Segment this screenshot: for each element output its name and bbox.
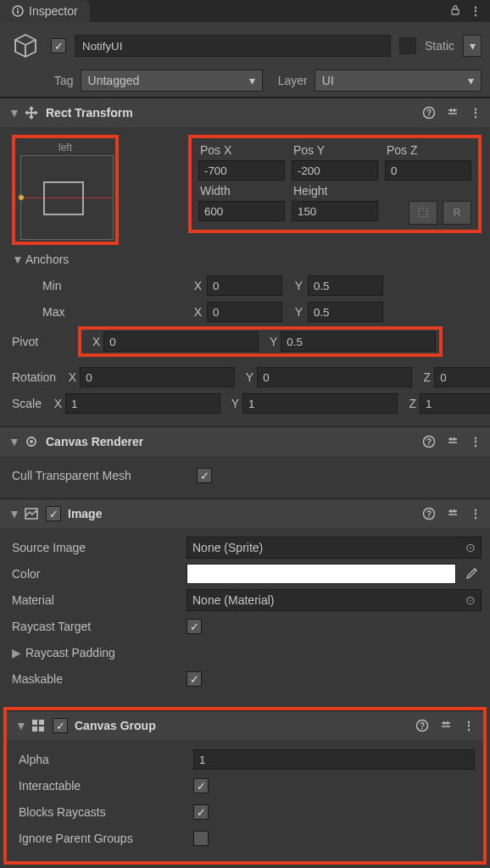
- foldout-icon[interactable]: ▼: [8, 507, 17, 520]
- image-header[interactable]: ▼ Image ? ⋮: [0, 499, 490, 528]
- maskable-label: Maskable: [12, 672, 181, 686]
- foldout-icon[interactable]: ▼: [15, 719, 24, 732]
- menu-icon[interactable]: ⋮: [470, 106, 482, 120]
- blueprint-mode-button[interactable]: [409, 201, 437, 225]
- help-icon[interactable]: ?: [422, 507, 436, 520]
- component-title: Canvas Renderer: [46, 435, 143, 448]
- eyedropper-icon[interactable]: [461, 564, 482, 584]
- anchor-max-x-field[interactable]: [207, 302, 282, 322]
- gameobject-enabled-checkbox[interactable]: [51, 38, 66, 53]
- menu-icon[interactable]: ⋮: [470, 4, 482, 18]
- alpha-field[interactable]: [193, 749, 475, 770]
- color-field[interactable]: [187, 564, 456, 584]
- anchor-max-y-field[interactable]: [308, 302, 383, 322]
- rect-transform-header[interactable]: ▼ Rect Transform ? ⋮: [0, 98, 490, 127]
- source-image-field[interactable]: None (Sprite) ⊙: [187, 537, 482, 559]
- height-field[interactable]: [292, 201, 378, 221]
- foldout-icon[interactable]: ▼: [8, 106, 17, 120]
- raw-edit-button[interactable]: R: [443, 201, 471, 225]
- color-label: Color: [12, 567, 181, 581]
- raycast-target-label: Raycast Target: [12, 620, 181, 633]
- anchor-min-x-field[interactable]: [207, 275, 282, 296]
- posy-field[interactable]: [292, 160, 378, 181]
- interactable-checkbox[interactable]: [193, 778, 209, 793]
- rot-z-field[interactable]: [434, 367, 490, 387]
- component-title: Rect Transform: [46, 106, 133, 120]
- menu-icon[interactable]: ⋮: [470, 435, 482, 448]
- component-title: Canvas Group: [75, 719, 156, 732]
- lock-icon[interactable]: [449, 4, 461, 18]
- svg-text:?: ?: [426, 509, 432, 519]
- width-label: Width: [198, 184, 285, 198]
- layer-dropdown[interactable]: UI ▾: [315, 70, 482, 92]
- svg-text:?: ?: [426, 437, 432, 447]
- preset-icon[interactable]: [446, 507, 459, 520]
- object-picker-icon[interactable]: ⊙: [465, 593, 476, 607]
- pivot-y-field[interactable]: [281, 331, 436, 352]
- anchor-h-label: left: [17, 140, 114, 155]
- canvas-group-header[interactable]: ▼ Canvas Group ? ⋮: [7, 711, 483, 740]
- canvas-group-component: ▼ Canvas Group ? ⋮ Alpha Interactable Bl…: [7, 710, 483, 861]
- help-icon[interactable]: ?: [422, 106, 436, 120]
- raycast-target-checkbox[interactable]: [187, 619, 202, 634]
- source-image-label: Source Image: [12, 541, 181, 554]
- gameobject-name-field[interactable]: [75, 35, 391, 57]
- anchor-preset-button[interactable]: left middle: [17, 140, 114, 240]
- preset-icon[interactable]: [439, 719, 453, 732]
- pivot-highlight: X Y: [78, 326, 443, 357]
- anchor-min-y-field[interactable]: [308, 275, 383, 296]
- gameobject-header: Static ▾ Tag Untagged ▾ Layer UI ▾: [0, 22, 490, 97]
- chevron-down-icon: ▾: [470, 39, 476, 53]
- foldout-icon[interactable]: ▼: [12, 253, 20, 266]
- scale-z-field[interactable]: [420, 393, 490, 414]
- svg-text:?: ?: [426, 108, 432, 118]
- svg-rect-6: [419, 209, 427, 217]
- static-label: Static: [425, 39, 454, 53]
- menu-icon[interactable]: ⋮: [470, 507, 482, 520]
- tab-bar: Inspector ⋮: [0, 0, 490, 22]
- posx-field[interactable]: [198, 160, 285, 181]
- canvas-renderer-header[interactable]: ▼ Canvas Renderer ? ⋮: [0, 427, 490, 456]
- rot-x-field[interactable]: [80, 367, 235, 387]
- rot-y-field[interactable]: [257, 367, 412, 387]
- preset-icon[interactable]: [446, 106, 459, 120]
- foldout-icon[interactable]: ▼: [8, 435, 17, 448]
- tag-value: Untagged: [88, 74, 140, 87]
- canvas-group-icon: [31, 718, 46, 733]
- canvas-renderer-component: ▼ Canvas Renderer ? ⋮ Cull Transparent M…: [0, 426, 490, 498]
- inspector-tab[interactable]: Inspector: [0, 0, 90, 22]
- scale-x-field[interactable]: [65, 393, 220, 414]
- chevron-down-icon: ▾: [468, 74, 474, 87]
- pivot-label: Pivot: [12, 335, 73, 348]
- canvas-group-highlight: ▼ Canvas Group ? ⋮ Alpha Interactable Bl…: [3, 707, 487, 865]
- pivot-x-field[interactable]: [103, 331, 259, 352]
- blocks-raycasts-checkbox[interactable]: [193, 804, 209, 820]
- svg-rect-16: [32, 726, 37, 732]
- static-dropdown[interactable]: ▾: [463, 35, 482, 57]
- ignore-parent-checkbox[interactable]: [193, 831, 209, 846]
- object-picker-icon[interactable]: ⊙: [465, 541, 476, 554]
- tag-label: Tag: [54, 74, 74, 87]
- cull-label: Cull Transparent Mesh: [12, 469, 192, 482]
- width-field[interactable]: [198, 201, 285, 221]
- help-icon[interactable]: ?: [422, 435, 436, 448]
- anchor-widget: [20, 155, 114, 240]
- alpha-label: Alpha: [19, 753, 188, 766]
- posy-label: Pos Y: [292, 143, 378, 157]
- static-checkbox[interactable]: [399, 37, 416, 54]
- cull-checkbox[interactable]: [197, 468, 212, 483]
- canvas-renderer-icon: [24, 434, 39, 449]
- menu-icon[interactable]: ⋮: [463, 719, 475, 732]
- image-enabled-checkbox[interactable]: [46, 506, 61, 521]
- preset-icon[interactable]: [446, 435, 459, 448]
- foldout-icon[interactable]: ▶: [12, 646, 20, 659]
- help-icon[interactable]: ?: [415, 719, 429, 732]
- tag-dropdown[interactable]: Untagged ▾: [81, 70, 263, 92]
- canvas-group-enabled-checkbox[interactable]: [53, 718, 68, 733]
- posz-field[interactable]: [385, 160, 471, 181]
- anchor-min-label: Min: [12, 279, 181, 292]
- maskable-checkbox[interactable]: [187, 671, 202, 687]
- material-field[interactable]: None (Material) ⊙: [187, 589, 482, 611]
- scale-y-field[interactable]: [242, 393, 398, 414]
- gameobject-icon[interactable]: [8, 29, 42, 63]
